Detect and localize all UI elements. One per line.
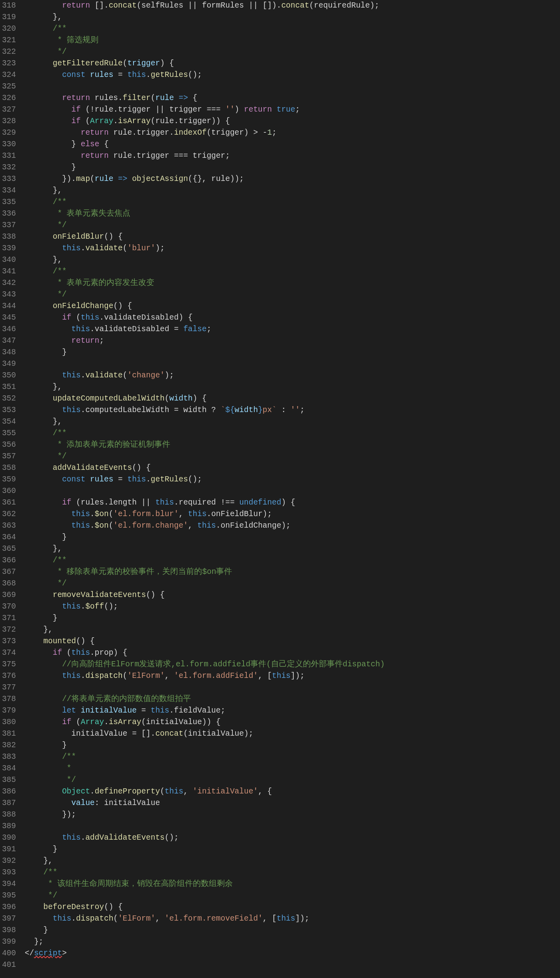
line-number: 353 xyxy=(0,405,16,416)
code-line[interactable]: this.$on('el.form.change', this.onFieldC… xyxy=(25,520,560,532)
code-line[interactable]: return rule.trigger.indexOf(trigger) > -… xyxy=(25,127,560,139)
code-line[interactable]: }, xyxy=(25,185,560,196)
code-line[interactable]: initialValue = [].concat(initialValue); xyxy=(25,728,560,740)
code-line[interactable]: }, xyxy=(25,543,560,555)
code-line[interactable]: onFieldChange() { xyxy=(25,300,560,312)
code-line[interactable]: this.$off(); xyxy=(25,601,560,613)
code-line[interactable]: /** xyxy=(25,196,560,208)
code-line[interactable]: }, xyxy=(25,416,560,428)
code-line[interactable]: beforeDestroy() { xyxy=(25,901,560,913)
code-line[interactable]: this.addValidateEvents(); xyxy=(25,832,560,844)
code-line[interactable]: this.validate('change'); xyxy=(25,370,560,381)
code-line[interactable]: }).map(rule => objectAssign({}, rule)); xyxy=(25,173,560,185)
code-line[interactable]: */ xyxy=(25,220,560,231)
code-line[interactable]: } else { xyxy=(25,139,560,150)
code-line[interactable]: this.validate('blur'); xyxy=(25,243,560,254)
code-line[interactable]: if (!rule.trigger || trigger === '') ret… xyxy=(25,104,560,116)
line-number: 320 xyxy=(0,23,16,35)
code-line[interactable]: if (Array.isArray(rule.trigger)) { xyxy=(25,116,560,127)
line-number: 372 xyxy=(0,624,16,636)
code-line[interactable] xyxy=(25,959,560,971)
code-line[interactable]: if (rules.length || this.required !== un… xyxy=(25,497,560,509)
code-line[interactable]: /** xyxy=(25,751,560,763)
code-area[interactable]: return [].concat(selfRules || formRules … xyxy=(25,0,560,971)
code-line[interactable]: }, xyxy=(25,624,560,636)
code-line[interactable]: } xyxy=(25,613,560,624)
code-line[interactable]: /** xyxy=(25,23,560,35)
line-number: 380 xyxy=(0,717,16,728)
code-line[interactable]: Object.defineProperty(this, 'initialValu… xyxy=(25,786,560,797)
line-number: 340 xyxy=(0,254,16,266)
code-line[interactable]: addValidateEvents() { xyxy=(25,462,560,474)
code-line[interactable]: */ xyxy=(25,890,560,901)
code-line[interactable]: * xyxy=(25,763,560,774)
code-line[interactable] xyxy=(25,81,560,92)
code-line[interactable]: mounted() { xyxy=(25,636,560,647)
code-line[interactable]: getFilteredRule(trigger) { xyxy=(25,58,560,69)
code-line[interactable]: /** xyxy=(25,867,560,878)
code-line[interactable]: } xyxy=(25,532,560,543)
code-line[interactable]: * 移除表单元素的校验事件，关闭当前的$on事件 xyxy=(25,566,560,578)
code-line[interactable]: } xyxy=(25,925,560,936)
code-line[interactable]: return rule.trigger === trigger; xyxy=(25,150,560,162)
code-line[interactable]: onFieldBlur() { xyxy=(25,231,560,243)
code-line[interactable]: this.dispatch('ElForm', 'el.form.removeF… xyxy=(25,913,560,925)
code-line[interactable]: </script> xyxy=(25,948,560,959)
code-line[interactable]: * 表单元素失去焦点 xyxy=(25,208,560,220)
code-line[interactable]: } xyxy=(25,844,560,855)
line-number: 344 xyxy=(0,300,16,312)
code-line[interactable]: } xyxy=(25,740,560,751)
code-line[interactable]: return rules.filter(rule => { xyxy=(25,92,560,104)
code-line[interactable]: if (Array.isArray(initialValue)) { xyxy=(25,717,560,728)
code-editor[interactable]: 3183193203213223233243253263273283293303… xyxy=(0,0,560,971)
code-line[interactable]: }, xyxy=(25,855,560,867)
code-line[interactable]: if (this.prop) { xyxy=(25,647,560,659)
line-number: 318 xyxy=(0,0,16,12)
line-number: 345 xyxy=(0,312,16,324)
code-line[interactable]: * 添加表单元素的验证机制事件 xyxy=(25,439,560,451)
code-line[interactable]: if (this.validateDisabled) { xyxy=(25,312,560,324)
code-line[interactable]: }; xyxy=(25,936,560,948)
code-line[interactable]: /** xyxy=(25,555,560,566)
code-line[interactable]: */ xyxy=(25,289,560,300)
code-line[interactable]: //向高阶组件ElForm发送请求,el.form.addfield事件(自己定… xyxy=(25,659,560,670)
code-line[interactable]: let initialValue = this.fieldValue; xyxy=(25,705,560,717)
code-line[interactable]: removeValidateEvents() { xyxy=(25,589,560,601)
line-number: 326 xyxy=(0,92,16,104)
code-line[interactable]: * 筛选规则 xyxy=(25,35,560,46)
code-line[interactable] xyxy=(25,821,560,832)
code-line[interactable]: /** xyxy=(25,266,560,277)
line-number: 390 xyxy=(0,832,16,844)
code-line[interactable]: const rules = this.getRules(); xyxy=(25,69,560,81)
code-line[interactable] xyxy=(25,682,560,693)
code-line[interactable]: this.computedLabelWidth = width ? `${wid… xyxy=(25,405,560,416)
line-number: 355 xyxy=(0,428,16,439)
code-line[interactable]: */ xyxy=(25,451,560,462)
code-line[interactable]: * 表单元素的内容发生改变 xyxy=(25,277,560,289)
code-line[interactable]: }, xyxy=(25,381,560,393)
code-line[interactable]: this.$on('el.form.blur', this.onFieldBlu… xyxy=(25,509,560,520)
code-line[interactable]: this.dispatch('ElForm', 'el.form.addFiel… xyxy=(25,670,560,682)
code-line[interactable]: */ xyxy=(25,578,560,589)
code-line[interactable]: }, xyxy=(25,12,560,23)
code-line[interactable]: this.validateDisabled = false; xyxy=(25,324,560,335)
code-line[interactable]: value: initialValue xyxy=(25,797,560,809)
code-line[interactable] xyxy=(25,358,560,370)
code-line[interactable]: return; xyxy=(25,335,560,347)
code-line[interactable]: }, xyxy=(25,254,560,266)
code-line[interactable]: return [].concat(selfRules || formRules … xyxy=(25,0,560,12)
code-line[interactable]: } xyxy=(25,162,560,173)
line-number: 330 xyxy=(0,139,16,150)
code-line[interactable] xyxy=(25,485,560,497)
code-line[interactable]: }); xyxy=(25,809,560,821)
code-line[interactable]: */ xyxy=(25,46,560,58)
code-line[interactable]: updateComputedLabelWidth(width) { xyxy=(25,393,560,405)
code-line[interactable]: */ xyxy=(25,774,560,786)
code-line[interactable]: //将表单元素的内部数值的数组拍平 xyxy=(25,693,560,705)
code-line[interactable]: } xyxy=(25,347,560,358)
code-line[interactable]: /** xyxy=(25,428,560,439)
line-number: 321 xyxy=(0,35,16,46)
line-number: 369 xyxy=(0,589,16,601)
code-line[interactable]: const rules = this.getRules(); xyxy=(25,474,560,485)
code-line[interactable]: * 该组件生命周期结束，销毁在高阶组件的数组剩余 xyxy=(25,878,560,890)
